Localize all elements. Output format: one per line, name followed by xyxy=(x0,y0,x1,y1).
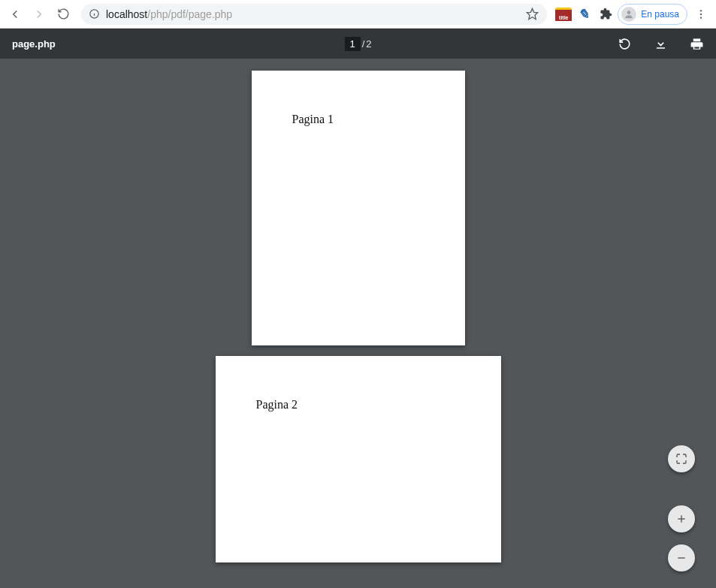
avatar-icon xyxy=(621,7,636,22)
extension-title-icon[interactable] xyxy=(554,5,572,23)
forward-button[interactable] xyxy=(29,4,50,25)
zoom-controls xyxy=(668,445,695,571)
page-separator: / xyxy=(362,38,365,50)
print-button[interactable] xyxy=(689,36,704,51)
zoom-out-button[interactable] xyxy=(668,544,695,571)
page-2-text: Pagina 2 xyxy=(256,398,298,411)
url-path: /php/pdf/page.php xyxy=(147,8,232,20)
pdf-page-2[interactable]: Pagina 2 xyxy=(216,356,501,562)
url-host: localhost xyxy=(106,8,147,20)
fit-to-page-button[interactable] xyxy=(668,445,695,472)
url-text: localhost/php/pdf/page.php xyxy=(106,8,232,20)
back-button[interactable] xyxy=(5,4,26,25)
browser-toolbar: localhost/php/pdf/page.php ✎ En pausa xyxy=(0,0,716,29)
pdf-filename: page.php xyxy=(12,38,56,50)
extensions-button[interactable] xyxy=(597,5,615,23)
svg-marker-3 xyxy=(527,8,537,19)
rotate-button[interactable] xyxy=(617,36,632,51)
zoom-in-button[interactable] xyxy=(668,505,695,532)
total-pages: 2 xyxy=(366,38,371,50)
reload-button[interactable] xyxy=(53,4,74,25)
pdf-page-1[interactable]: Pagina 1 xyxy=(252,71,465,345)
pdf-viewport[interactable]: Pagina 1 Pagina 2 xyxy=(0,59,716,588)
download-button[interactable] xyxy=(653,36,668,51)
profile-label: En pausa xyxy=(641,9,679,20)
pdf-toolbar: page.php 1 / 2 xyxy=(0,29,716,59)
svg-point-6 xyxy=(700,13,702,14)
page-indicator[interactable]: 1 / 2 xyxy=(344,37,371,51)
svg-point-5 xyxy=(700,10,702,11)
svg-point-4 xyxy=(627,11,631,14)
extension-pen-icon[interactable]: ✎ xyxy=(573,5,596,23)
svg-point-7 xyxy=(700,17,702,18)
site-info-icon[interactable] xyxy=(89,8,100,20)
page-1-text: Pagina 1 xyxy=(292,113,334,125)
address-bar[interactable]: localhost/php/pdf/page.php xyxy=(81,4,547,25)
bookmark-star-icon[interactable] xyxy=(524,7,539,22)
browser-menu-button[interactable] xyxy=(690,4,711,25)
profile-chip[interactable]: En pausa xyxy=(618,4,687,25)
current-page[interactable]: 1 xyxy=(344,37,360,51)
